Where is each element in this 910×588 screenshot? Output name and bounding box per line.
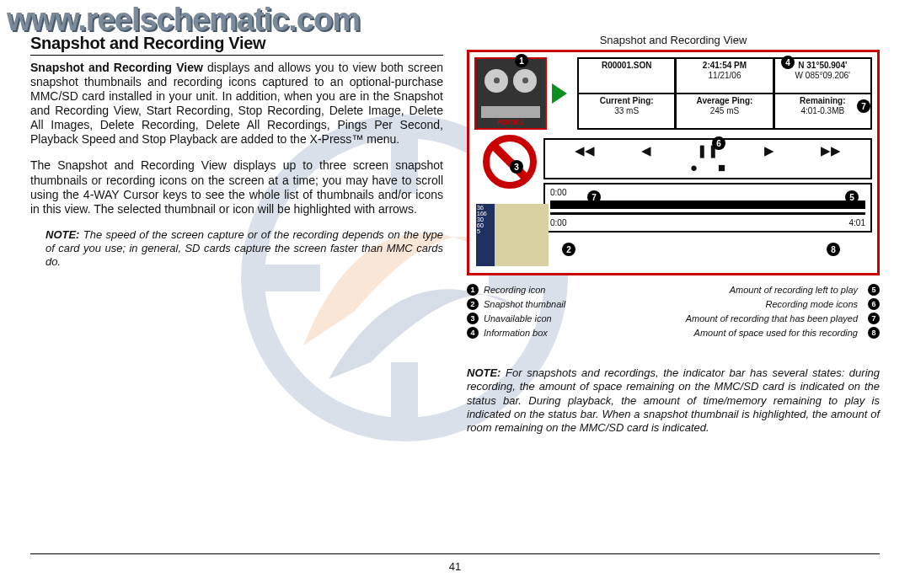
device-figure: 1 4 7 3 6 7 5 2 8 R00001 xyxy=(467,50,880,275)
info-box-row1: R00001.SON 2:41:54 PM 11/21/06 N 31°50.9… xyxy=(577,57,872,94)
stop-icon: ■ xyxy=(718,160,725,174)
legend-text: Recording icon xyxy=(484,285,545,295)
map-preview xyxy=(495,204,549,266)
sonar-v3: 30 xyxy=(477,216,494,222)
legend-text: Information box xyxy=(484,328,548,338)
reel-left-icon xyxy=(484,69,508,93)
callout-7b: 7 xyxy=(587,190,601,204)
legend-num: 3 xyxy=(467,313,479,324)
info-time: 2:41:54 PM xyxy=(680,61,768,71)
remain-val: 4:01-0.3MB xyxy=(779,106,867,116)
info-date: 11/21/06 xyxy=(680,71,768,81)
info-box-row2: Current Ping: 33 mS Average Ping: 245 mS… xyxy=(577,93,872,130)
legend-left: 1Recording icon 2Snapshot thumbnail 3Una… xyxy=(467,284,565,341)
callout-4: 4 xyxy=(781,56,795,69)
timeline-end: 4:01 xyxy=(849,218,865,227)
footer-rule xyxy=(30,553,880,554)
rewind-icon: ◀◀ xyxy=(575,143,595,158)
ping-avg-val: 245 mS xyxy=(680,106,768,116)
callout-2: 2 xyxy=(562,243,575,256)
legend-right: Amount of recording left to play5 Record… xyxy=(686,284,880,341)
info-file: R00001.SON xyxy=(582,61,671,71)
sonar-readout: 36 166 30 60 5 xyxy=(476,204,495,266)
callout-3: 3 xyxy=(510,160,523,174)
ping-cur-label: Current Ping: xyxy=(582,96,671,106)
legend-num: 7 xyxy=(868,313,880,324)
sonar-v4: 60 xyxy=(477,222,494,228)
remain-label: Remaining: xyxy=(779,96,867,106)
legend-text: Unavailable icon xyxy=(484,313,552,323)
legend-num: 8 xyxy=(868,327,880,339)
paragraph-1: Snapshot and Recording View displays and… xyxy=(30,61,443,147)
recording-icon-thumb: R00001 xyxy=(474,57,547,130)
legend-text: Amount of space used for this recording xyxy=(686,328,858,338)
sonar-v1: 36 xyxy=(477,205,494,211)
playback-controls: ◀◀ ◀ ❚❚ ▶ ▶▶ ● ■ xyxy=(543,138,872,179)
legend-num: 1 xyxy=(467,284,479,296)
ping-cur-val: 33 mS xyxy=(582,106,671,116)
info-lon: W 085°09.206' xyxy=(779,71,867,81)
figure-legend: 1Recording icon 2Snapshot thumbnail 3Una… xyxy=(467,284,880,341)
note-1: NOTE: The speed of the screen capture or… xyxy=(30,228,443,270)
legend-text: Amount of recording left to play xyxy=(686,285,858,295)
step-back-icon: ◀ xyxy=(641,143,651,158)
watermark-url: www.reelschematic.com xyxy=(7,2,360,38)
legend-text: Amount of recording that has been played xyxy=(686,313,858,323)
note-2: NOTE: For snapshots and recordings, the … xyxy=(467,366,880,435)
ffwd-icon: ▶▶ xyxy=(821,143,841,158)
legend-num: 5 xyxy=(868,284,880,296)
callout-1: 1 xyxy=(515,54,528,67)
timeline-start: 0:00 xyxy=(550,218,566,227)
note2-text: For snapshots and recordings, the indica… xyxy=(467,366,880,434)
step-fwd-icon: ▶ xyxy=(764,143,774,158)
sonar-v2: 166 xyxy=(477,211,494,216)
legend-num: 6 xyxy=(868,298,880,310)
callout-7a: 7 xyxy=(857,99,870,113)
tape-body-icon xyxy=(481,106,540,118)
recording-label: R00001 xyxy=(476,118,545,126)
note2-label: NOTE: xyxy=(467,366,500,379)
legend-num: 2 xyxy=(467,298,479,310)
sonar-v5: 5 xyxy=(477,228,494,234)
para1-lead: Snapshot and Recording View xyxy=(30,61,203,74)
timeline-elapsed: 0:00 xyxy=(550,188,566,197)
figure-caption: Snapshot and Recording View xyxy=(467,34,880,46)
note1-text: The speed of the screen capture or of th… xyxy=(46,228,443,269)
legend-text: Recording mode icons xyxy=(686,299,858,309)
reel-right-icon xyxy=(513,69,537,93)
legend-text: Snapshot thumbnail xyxy=(484,299,565,309)
record-icon: ● xyxy=(690,160,698,174)
note1-label: NOTE: xyxy=(46,228,79,241)
ping-avg-label: Average Ping: xyxy=(680,96,768,106)
snapshot-thumb: 36 166 30 60 5 xyxy=(476,204,549,266)
selection-arrow-icon xyxy=(552,83,567,104)
callout-6: 6 xyxy=(712,136,725,150)
paragraph-2: The Snapshot and Recording View displays… xyxy=(30,158,443,216)
callout-8: 8 xyxy=(827,243,840,256)
callout-5: 5 xyxy=(845,190,859,204)
timeline-space-bar xyxy=(550,212,865,215)
unavailable-icon xyxy=(483,135,537,189)
page-number: 41 xyxy=(0,560,910,573)
legend-num: 4 xyxy=(467,327,479,339)
